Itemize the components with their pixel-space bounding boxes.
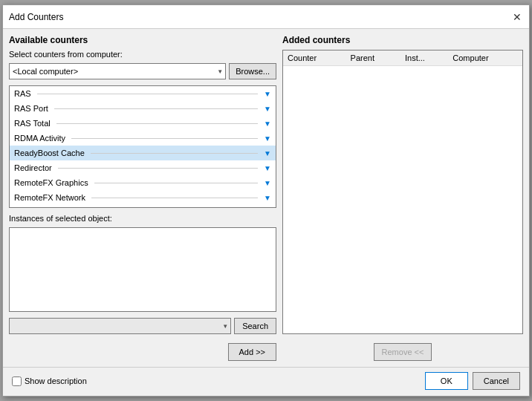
show-description-checkbox[interactable] — [12, 376, 22, 386]
right-panel: Added counters CounterParentInst...Compu… — [282, 35, 523, 361]
computer-select-label: Select counters from computer: — [9, 50, 276, 59]
table-column-header: Computer — [448, 50, 522, 65]
counter-item[interactable]: RemoteFX Graphics ▼ — [10, 175, 276, 190]
counter-item[interactable]: RAS Total ▼ — [10, 116, 276, 131]
added-counters-table: CounterParentInst...Computer — [283, 50, 522, 66]
cancel-button[interactable]: Cancel — [473, 372, 520, 390]
counter-item-name: RAS Port — [14, 104, 48, 113]
footer-buttons: OK Cancel — [425, 372, 520, 390]
counter-item[interactable]: ReadyBoost Cache ▼ — [10, 146, 276, 160]
computer-select[interactable]: <Local computer> — [9, 63, 226, 79]
chevron-down-icon: ▼ — [264, 120, 271, 128]
add-button[interactable]: Add >> — [228, 343, 276, 361]
table-header-row: CounterParentInst...Computer — [283, 50, 522, 65]
search-row: Search — [9, 318, 276, 334]
instances-box[interactable] — [9, 227, 276, 312]
left-panel: Available counters Select counters from … — [9, 35, 276, 361]
dialog-body: Available counters Select counters from … — [3, 29, 529, 367]
chevron-down-icon: ▼ — [264, 179, 271, 187]
show-description-label: Show description — [25, 376, 87, 385]
chevron-down-icon: ▼ — [264, 194, 271, 202]
chevron-down-icon: ▼ — [264, 90, 271, 98]
counter-item[interactable]: RAS Port ▼ — [10, 101, 276, 116]
counter-item[interactable]: RAS ▼ — [10, 86, 276, 101]
add-counters-dialog: Add Counters ✕ Available counters Select… — [2, 4, 530, 397]
ok-button[interactable]: OK — [425, 372, 468, 390]
counter-item-name: Redirector — [14, 163, 52, 172]
table-column-header: Parent — [346, 50, 400, 65]
close-button[interactable]: ✕ — [511, 11, 523, 23]
instances-label: Instances of selected object: — [9, 214, 276, 223]
chevron-down-icon: ▼ — [264, 164, 271, 172]
counter-item-name: RemoteFX Graphics — [14, 178, 88, 187]
computer-row: <Local computer> Browse... — [9, 63, 276, 79]
dialog-footer: Show description OK Cancel — [3, 367, 529, 396]
counter-item-name: RemoteFX Network — [14, 193, 85, 202]
chevron-down-icon: ▼ — [264, 134, 271, 143]
dialog-title: Add Counters — [9, 12, 63, 22]
counter-item[interactable]: Redirector ▼ — [10, 160, 276, 175]
counters-list[interactable]: RAS ▼ RAS Port ▼ RAS Total ▼ RDMA Activi… — [9, 85, 276, 208]
show-description-row: Show description — [12, 376, 87, 386]
chevron-down-icon: ▼ — [264, 149, 271, 157]
title-bar: Add Counters ✕ — [3, 5, 529, 29]
counter-item-name: RAS — [14, 89, 31, 98]
browse-button[interactable]: Browse... — [229, 63, 276, 79]
table-column-header: Inst... — [400, 50, 448, 65]
counter-item-name: RDMA Activity — [14, 134, 65, 143]
search-combo[interactable] — [9, 318, 231, 334]
computer-select-wrapper[interactable]: <Local computer> — [9, 63, 226, 79]
counter-item-name: RAS Total — [14, 119, 51, 128]
search-button[interactable]: Search — [234, 318, 276, 334]
counter-item-name: ReadyBoost Cache — [14, 149, 85, 157]
counter-item[interactable]: RDMA Activity ▼ — [10, 131, 276, 146]
available-counters-label: Available counters — [9, 35, 276, 45]
added-counters-box[interactable]: CounterParentInst...Computer — [282, 50, 523, 334]
added-counters-label: Added counters — [282, 35, 523, 45]
chevron-down-icon: ▼ — [264, 105, 271, 113]
remove-button[interactable]: Remove << — [374, 343, 432, 361]
counter-item[interactable]: RemoteFX Network ▼ — [10, 190, 276, 205]
table-column-header: Counter — [283, 50, 346, 65]
search-combo-wrapper[interactable] — [9, 318, 231, 334]
